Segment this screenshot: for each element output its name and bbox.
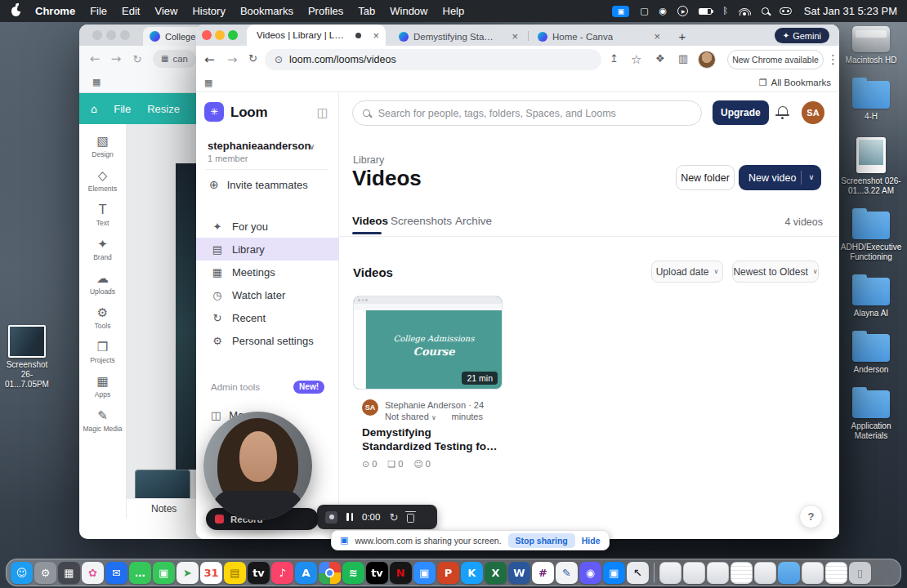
dock-icon-spotify[interactable]: ≋ (342, 562, 364, 584)
new-tab-button[interactable]: + (673, 27, 691, 45)
dock-icon-messages[interactable]: … (129, 562, 151, 584)
record-status-icon[interactable]: ◉ (659, 7, 668, 16)
home-icon[interactable]: ⌂ (91, 104, 97, 114)
menu-item-help[interactable]: Help (443, 5, 465, 17)
dock-icon-document-thumbnail[interactable] (731, 562, 753, 584)
stop-record-icon[interactable] (215, 514, 224, 523)
sort-order-dropdown[interactable]: Newest to Oldest ∨ (732, 261, 819, 283)
canva-sidebar-item-tools[interactable]: ⚙Tools (79, 307, 127, 330)
menu-item-bookmarks[interactable]: Bookmarks (240, 5, 293, 17)
gemini-button[interactable]: ✦ Gemini (775, 28, 829, 43)
desktop-icon-anderson[interactable]: Anderson (840, 334, 902, 375)
reload-icon[interactable]: ↻ (248, 52, 257, 65)
all-bookmarks-button[interactable]: ❐ All Bookmarks (759, 78, 831, 87)
bluetooth-icon[interactable]: ᛒ (722, 7, 728, 16)
play-status-icon[interactable]: ▶ (677, 6, 688, 16)
dock-icon-finder[interactable]: ☺ (11, 562, 33, 584)
dock-icon-notes[interactable]: ▤ (224, 562, 246, 584)
camera-status-icon[interactable]: ▢ (640, 7, 648, 16)
minimize-window-button[interactable] (215, 30, 225, 40)
menu-item-window[interactable]: Window (390, 5, 427, 17)
canva-sidebar-item-magic-media[interactable]: ✎Magic Media (79, 410, 127, 433)
dock-icon-launchpad[interactable]: ▦ (58, 562, 80, 584)
desktop-icon-application-materials[interactable]: Application Materials (840, 390, 902, 441)
dock-icon-app-store[interactable]: A (295, 562, 317, 584)
webcam-bubble[interactable] (203, 412, 312, 520)
forward-icon[interactable]: → (105, 53, 127, 65)
dock-icon-window-thumbnail[interactable] (707, 562, 729, 584)
dock-icon-window-thumbnail[interactable] (683, 562, 705, 584)
apps-grid-icon[interactable]: ▦ (204, 78, 212, 87)
menu-item-edit[interactable]: Edit (122, 5, 140, 17)
dock-icon-trash[interactable]: ▯ (849, 562, 871, 584)
dock-icon-netflix[interactable]: N (390, 562, 412, 584)
dock-icon-calendar[interactable]: 31 (200, 562, 222, 584)
menu-item-history[interactable]: History (192, 5, 225, 17)
dock-icon-screen-share[interactable]: ▣ (603, 562, 625, 584)
dock-icon-photos[interactable]: ✿ (82, 562, 104, 584)
desktop-icon-screenshot-026-01-3-22-am[interactable]: Screenshot 026-01...3.22 AM (840, 137, 902, 196)
dock-icon-powerpoint[interactable]: P (437, 562, 459, 584)
restart-icon[interactable]: ↻ (389, 511, 398, 523)
help-button[interactable]: ? (799, 505, 823, 528)
canva-sidebar-item-apps[interactable]: ▦Apps (79, 376, 127, 399)
stop-sharing-button[interactable]: Stop sharing (508, 533, 575, 548)
dock-icon-word[interactable]: W (508, 562, 530, 584)
back-icon[interactable]: ← (204, 52, 215, 67)
menu-item-tab[interactable]: Tab (358, 5, 375, 17)
battery-icon[interactable] (699, 8, 712, 15)
canva-sidebar-item-design[interactable]: ▧Design (79, 136, 127, 158)
close-window-button[interactable] (202, 30, 212, 40)
close-window-button[interactable] (92, 30, 102, 40)
tab-home-canva[interactable]: Home - Canva × (531, 27, 667, 46)
user-avatar[interactable]: SA (802, 101, 824, 124)
desktop-icon-alayna-ai[interactable]: Alayna AI (840, 278, 902, 318)
dock-icon-pointer[interactable]: ↖ (627, 562, 649, 584)
chevron-down-icon[interactable]: ∨ (309, 143, 315, 151)
close-tab-icon[interactable]: × (654, 30, 660, 42)
search-bar[interactable] (352, 100, 702, 126)
sidebar-item-watch-later[interactable]: ◷Watch later (196, 283, 339, 306)
hide-banner-link[interactable]: Hide (582, 536, 601, 546)
camera-toggle-icon[interactable] (325, 511, 337, 523)
desktop-icon-adhd-executive-functioning[interactable]: ADHD/Executive Functioning (840, 212, 902, 262)
recorder-toolbar[interactable]: 0:00 ↻ (317, 505, 437, 529)
address-bar[interactable]: ⊙ loom.com/looms/videos (265, 49, 601, 70)
workspace-name[interactable]: stephanieaanderson (208, 140, 311, 152)
sidebar-item-recent[interactable]: ↻Recent (196, 306, 339, 329)
dock-icon-maps[interactable]: ➤ (176, 562, 199, 584)
apps-grid-icon[interactable]: ▦ (92, 78, 101, 87)
dock-icon-downloads-folder[interactable] (778, 562, 800, 584)
dock-icon-window-thumbnail[interactable] (754, 562, 776, 584)
zoom-window-button[interactable] (228, 30, 238, 40)
dock-icon-chrome[interactable] (319, 562, 341, 584)
side-panel-icon[interactable]: ▥ (678, 52, 688, 65)
desktop-icon-macintosh-hd[interactable]: Macintosh HD (840, 26, 902, 65)
new-folder-button[interactable]: New folder (676, 165, 735, 190)
sidebar-item-personal-settings[interactable]: ⚙Personal settings (196, 329, 339, 352)
dock-icon-excel[interactable]: X (485, 562, 507, 584)
dock-icon-window-thumbnail[interactable] (802, 562, 824, 584)
tab-demystifying[interactable]: Demystifying Standardized T × (392, 27, 525, 46)
tab-videos[interactable]: Videos (352, 215, 388, 227)
dock-icon-goodnotes[interactable]: ✎ (556, 562, 578, 584)
reload-icon[interactable]: ↻ (127, 54, 148, 65)
menu-item-profiles[interactable]: Profiles (308, 5, 343, 17)
menu-bar-clock[interactable]: Sat Jan 31 5:23 PM (804, 5, 897, 17)
canva-resize-button[interactable]: Resize (147, 103, 180, 115)
back-icon[interactable]: ← (84, 53, 105, 65)
dock-icon-tv[interactable]: tv (248, 562, 270, 584)
apple-menu-icon[interactable] (11, 7, 20, 16)
desktop-icon-screenshot-left[interactable]: Screenshot 26-01...7.05PM (2, 325, 52, 390)
tab-screenshots[interactable]: Screenshots (391, 215, 452, 227)
video-title[interactable]: Demystifying Standardized Testing for Co… (362, 426, 499, 453)
sort-field-dropdown[interactable]: Upload date ∨ (651, 261, 723, 283)
video-thumbnail[interactable]: College Admissions Course 21 min (353, 296, 503, 390)
dock-icon-loom[interactable]: ◉ (579, 562, 601, 584)
wifi-icon[interactable] (739, 7, 751, 16)
upgrade-button[interactable]: Upgrade (713, 100, 769, 125)
dock-icon-keynote[interactable]: K (461, 562, 483, 584)
more-menu-icon[interactable]: ⋮ (827, 52, 839, 67)
dock-icon-facetime[interactable]: ▣ (153, 562, 175, 584)
sidebar-item-for-you[interactable]: ✦For you (196, 215, 339, 238)
